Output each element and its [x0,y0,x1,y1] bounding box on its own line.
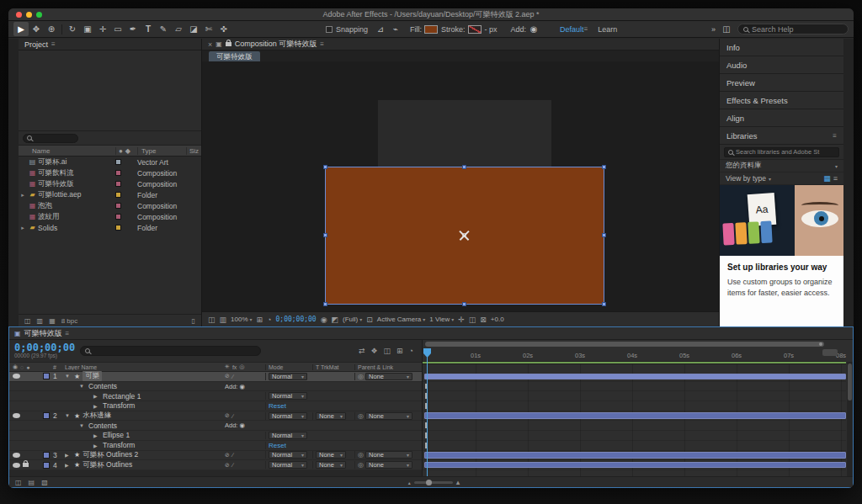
clone-stamp-tool[interactable]: ▱ [171,22,186,36]
hide-shy-layers-icon[interactable]: ◫ [384,347,391,355]
orbit-camera-tool[interactable]: ↻ [65,22,80,36]
layer-track[interactable] [423,372,846,382]
label-color-chip[interactable] [115,159,137,165]
shape-tool[interactable]: ▭ [110,22,125,36]
selected-shape-layer[interactable] [326,167,604,304]
panel-tab-align[interactable]: Align [720,109,843,127]
blend-mode-select[interactable]: Normal▾ [269,392,307,400]
new-composition-icon[interactable]: ▦ [49,317,56,325]
label-color-chip[interactable] [115,192,137,198]
property-group-row[interactable]: ▶Rectangle 1 Normal▾ [9,391,422,401]
property-track[interactable] [423,441,846,451]
collapse-switch-icon[interactable]: ⊘ [225,452,230,459]
add-shape-property-button[interactable]: Add:◉ [225,383,245,390]
expand-folder-icon[interactable]: ▸ [19,225,27,231]
add-shape-property-button[interactable]: Add:◉ [225,422,245,429]
blend-mode-select[interactable]: Normal▾ [269,373,307,380]
layer-track[interactable] [423,451,846,461]
libraries-panel-menu-icon[interactable]: ≡ [833,132,837,140]
selection-handle[interactable] [602,302,606,306]
zoom-out-icon[interactable]: ▴ [408,480,411,485]
grid-view-icon[interactable]: ▦ [823,174,831,183]
collapse-switch-icon[interactable]: ⊘ [225,462,230,469]
layer-name[interactable]: 水杯邊緣 [82,411,111,421]
label-color-chip[interactable] [43,412,50,419]
layer-name[interactable]: 可樂杯 Outlines 2 [82,450,138,460]
composition-mini-flowchart-icon[interactable]: ⇄ [359,347,365,355]
property-group-row[interactable]: ▶Ellipse 1 Normal▾ [9,431,422,441]
selection-handle[interactable] [323,165,327,169]
motion-blur-icon[interactable]: ◔ [409,347,413,355]
track-matte-select[interactable]: None▾ [316,451,346,459]
reset-transform-link[interactable]: Reset [269,442,286,449]
camera-tool[interactable]: ▣ [80,22,95,36]
visibility-toggle[interactable] [13,453,20,458]
eraser-tool[interactable]: ◪ [186,22,201,36]
layer-row[interactable]: 3 ▶★可樂杯 Outlines 2 ⊘∕ Normal▾ None▾ ◎Non… [9,451,422,461]
work-area-bar[interactable] [423,362,846,364]
collapse-group-icon[interactable]: ▼ [79,423,86,428]
magnification-select[interactable]: 100%▾ [231,316,252,323]
mask-visibility-icon[interactable]: ◔ [267,316,271,324]
zoom-window-button[interactable] [36,12,42,18]
project-item[interactable]: ▦ 可樂特效版 Composition [19,178,201,189]
project-item[interactable]: ▤ 可樂杯.ai Vector Art [19,157,201,167]
shy-layers-footer-icon[interactable]: ◫ [15,479,22,486]
expand-group-icon[interactable]: ▶ [93,432,100,438]
project-item[interactable]: ▦ 泡泡 Composition [19,200,201,211]
timeline-nav-icon[interactable]: ⊠ [480,316,487,324]
label-color-chip[interactable] [115,170,137,176]
list-view-icon[interactable]: ≡ [833,174,838,183]
library-selector[interactable]: 您的資料庫 ▾ [720,160,843,172]
lock-toggle[interactable] [23,463,29,467]
layer-track[interactable] [423,411,846,422]
collapse-group-icon[interactable]: ▼ [79,384,86,389]
draft-3d-icon[interactable]: ❖ [370,347,377,355]
snap-option-icon[interactable]: ⊿ [373,22,388,36]
property-group-row[interactable]: ▼Contents Add:◉ [9,421,422,431]
expand-group-icon[interactable]: ▶ [93,403,100,409]
libraries-search-field[interactable]: Search libraries and Adobe St [724,147,839,157]
region-of-interest-icon[interactable]: ⊡ [366,316,373,324]
quality-switch-icon[interactable]: ∕ [232,452,233,458]
layer-track[interactable] [423,460,846,470]
property-track[interactable] [423,401,846,411]
resolution-select[interactable]: (Full)▾ [343,316,362,323]
composition-panel-menu-icon[interactable]: ≡ [320,40,324,48]
track-matte-select[interactable]: None▾ [316,412,346,420]
reset-transform-link[interactable]: Reset [269,402,286,410]
zoom-in-icon[interactable]: ▴ [456,478,460,486]
label-color-chip[interactable] [115,203,137,209]
layer-row[interactable]: 1 ▼★可樂 ⊘∕ Normal▾ ◎None▾ [9,372,422,382]
panel-tab-info[interactable]: Info [720,39,843,56]
project-panel-tab[interactable]: Project ≡ [19,39,201,50]
blend-mode-select[interactable]: Normal▾ [269,451,307,459]
visibility-toggle[interactable] [13,413,20,418]
pen-tool[interactable]: ✒ [125,22,141,36]
composition-panel-tab[interactable]: × ▣ Composition 可樂特效版 ≡ [202,39,719,50]
delete-item-icon[interactable]: ▯ [192,317,195,325]
type-tool[interactable]: T [141,22,156,36]
inout-columns-footer-icon[interactable]: ▧ [41,479,48,486]
column-type[interactable]: Type [137,147,186,155]
always-preview-icon[interactable]: ◫ [208,316,216,324]
track-matte-select[interactable]: None▾ [316,461,346,469]
label-color-chip[interactable] [115,181,137,187]
zoom-slider[interactable] [414,481,453,484]
hand-tool[interactable]: ✥ [29,22,44,36]
fill-color-swatch[interactable] [424,25,438,34]
panel-tab-effects-presets[interactable]: Effects & Presets [720,92,843,109]
label-color-chip[interactable] [43,452,50,459]
comp-marker-bin[interactable] [822,349,838,356]
layer-row[interactable]: 4 ▶★可樂杯 Outlines ⊘∕ Normal▾ None▾ ◎None▾ [9,460,422,470]
property-group-row[interactable]: ▼Contents Add:◉ [9,382,422,392]
layer-duration-bar[interactable] [424,412,846,419]
timeline-track-area[interactable]: 01s 02s 03s 04s 05s 06s 07s 08s [422,340,853,476]
column-name[interactable]: Name [19,147,115,155]
panel-tab-libraries[interactable]: Libraries ≡ [720,127,843,145]
selection-handle[interactable] [602,165,606,169]
layer-name[interactable]: 可樂 [82,371,102,381]
label-color-chip[interactable] [43,373,50,379]
composition-tab[interactable]: 可樂特效版 [209,51,260,61]
visibility-toggle[interactable] [13,374,20,379]
